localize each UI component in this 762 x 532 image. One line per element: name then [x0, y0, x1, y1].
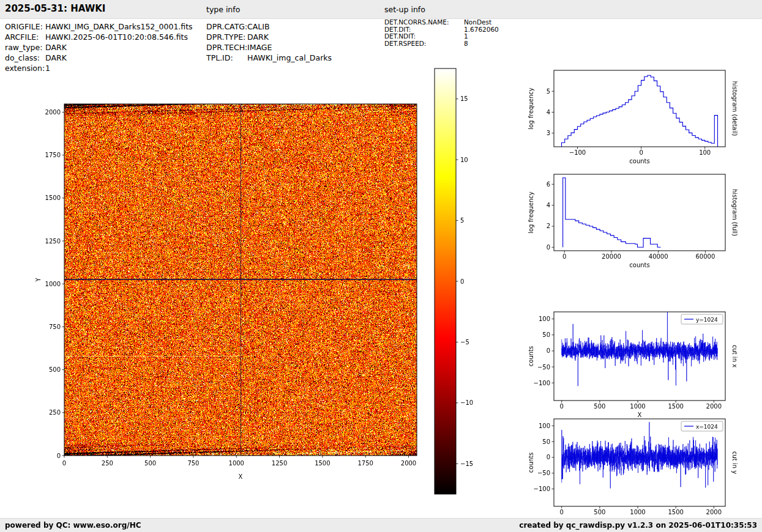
type-info-heading: type info — [206, 5, 240, 14]
cut_in_y-ylabel: counts — [528, 453, 534, 473]
meta-value: HAWKI_img_cal_Darks — [247, 53, 332, 62]
detector_image-xtick: 1250 — [272, 460, 287, 467]
detector_image-xtick: 0 — [62, 460, 66, 467]
histogram_detail-series — [562, 75, 718, 147]
detector_image-ytick: 1250 — [45, 238, 61, 245]
histogram_full-series — [563, 178, 661, 248]
page-title: 2025-05-31: HAWKI — [5, 3, 105, 14]
cut_in_y-xtick: 0 — [559, 509, 563, 515]
histogram_detail-right-label: histogram (detail) — [731, 81, 738, 136]
cut_in_y-ytick: 100 — [539, 423, 550, 429]
colorbar — [435, 68, 456, 494]
histogram_full-ytick: 0 — [547, 244, 550, 251]
histogram_full-xtick: 60000 — [695, 253, 715, 260]
cut_in_y-legend — [681, 421, 723, 431]
cut_in_y-series — [562, 422, 717, 488]
histogram_full-ylabel: log frequency — [528, 191, 534, 234]
histogram_full-xlabel: counts — [629, 262, 649, 268]
histogram_detail-xtick: 0 — [639, 149, 643, 156]
cut_in_x-ytick: 100 — [539, 316, 550, 322]
detector_image-xtick: 2000 — [401, 460, 416, 467]
histogram_full-right-label: histogram (full) — [731, 189, 738, 236]
detector_image-xtick: 250 — [102, 460, 113, 467]
histogram_detail-xtick: −100 — [569, 149, 586, 156]
histogram_detail-xtick: 100 — [699, 149, 711, 156]
meta-value: CALIB — [247, 22, 270, 31]
meta-label: do_class: — [5, 53, 45, 63]
cut_in_x-xtick: 1500 — [668, 403, 683, 410]
meta-label: raw_type: — [5, 42, 45, 53]
histogram_detail-ytick: 4 — [547, 109, 550, 116]
meta-value: IMAGE — [247, 43, 272, 52]
meta-label: ARCFILE: — [5, 32, 45, 42]
colorbar-tick: −15 — [460, 460, 473, 467]
meta-label: DET.NDIT: — [384, 33, 464, 40]
cut_in_y-frame — [554, 419, 725, 506]
cut_in_y-xtick: 1500 — [668, 509, 683, 515]
detector_image-xtick: 1000 — [229, 460, 244, 467]
meta-value: NonDest — [464, 18, 491, 26]
cut_in_x-ytick: −50 — [537, 364, 550, 371]
histogram_full-axes: 02000040000600000246countslog frequencyh… — [528, 174, 738, 268]
cut_in_y-xtick: 2000 — [706, 509, 722, 515]
cut_in_y-ytick: 50 — [542, 438, 550, 445]
detector_image-ytick: 750 — [49, 323, 61, 330]
cut_in_x-ytick: 50 — [542, 331, 550, 338]
meta-type-row: DPR.TYPE:DARK — [206, 32, 332, 42]
meta-label: TPL.ID: — [206, 53, 247, 63]
colorbar-tick: 5 — [460, 217, 464, 224]
cut_in_x-series — [562, 312, 717, 386]
cut_in_x-ylabel: counts — [528, 346, 534, 366]
meta-value: HAWKI.2025-06-01T10:20:08.546.fits — [45, 32, 188, 42]
meta-file-row: raw_type:DARK — [5, 42, 193, 53]
meta-label: extension: — [5, 63, 45, 73]
histogram_full-frame — [554, 174, 725, 251]
cut_in_x-axes: 0500100015002000−100−50050100Xcountscut … — [528, 312, 738, 418]
detector_image-ytick: 1750 — [45, 152, 61, 158]
histogram_detail-xlabel: counts — [629, 158, 649, 164]
cut_in_y-xtick: 500 — [594, 509, 605, 515]
cut_in_x-ytick: 0 — [547, 347, 550, 354]
meta-type-row: DPR.CATG:CALIB — [206, 21, 332, 32]
colorbar-tick: 10 — [460, 157, 468, 163]
meta-type-row: TPL.ID:HAWKI_img_cal_Darks — [206, 53, 332, 63]
cut_in_y-legend-label: x=1024 — [696, 424, 718, 430]
detector_image-ytick: 1500 — [45, 194, 61, 201]
footer-powered-by: powered by QC: www.eso.org/HC — [5, 521, 141, 530]
header-bar: 2025-05-31: HAWKI type info set-up info — [0, 0, 762, 19]
meta-label: ORIGFILE: — [5, 21, 45, 32]
histogram_full-ytick: 4 — [547, 202, 550, 209]
colorbar-tick: −10 — [460, 399, 473, 406]
meta-value: DARK — [247, 32, 269, 42]
histogram_full-ytick: 2 — [547, 223, 550, 229]
meta-value: 8 — [464, 40, 468, 47]
detector_image-xtick: 500 — [144, 460, 156, 467]
cut_in_x-ytick: −100 — [534, 380, 550, 386]
cut_in_y-ytick: 0 — [547, 454, 550, 460]
meta-value: 1 — [464, 32, 468, 40]
colorbar-tick: 0 — [460, 278, 464, 285]
histogram_detail-axes: −1000100345countslog frequencyhistogram … — [528, 70, 738, 164]
histogram_full-xtick: 0 — [562, 253, 566, 260]
histogram_full-ytick: 6 — [547, 181, 550, 188]
detector_image-ytick: 0 — [57, 453, 61, 459]
meta-value: 1.6762060 — [464, 26, 499, 33]
meta-file-row: ORIGFILE:HAWKI_IMG_DARK_Darks152_0001.fi… — [5, 21, 193, 32]
detector_image-ytick: 500 — [49, 366, 61, 373]
meta-label: DET.RSPEED: — [384, 40, 464, 48]
detector_image-ytick: 1000 — [45, 281, 61, 287]
cut_in_x-frame — [554, 312, 725, 401]
detector_image-xtick: 750 — [187, 460, 199, 467]
cut_in_x-right-label: cut in x — [731, 345, 738, 368]
detector_image-xlabel: X — [239, 473, 243, 480]
cut_in_y-ytick: −100 — [534, 486, 550, 492]
cut_in_x-xtick: 2000 — [706, 403, 722, 410]
meta-value: 1 — [45, 64, 50, 73]
footer-created-by: created by qc_rawdisp.py v1.2.3 on 2025-… — [519, 521, 757, 530]
cut_in_x-xtick: 1000 — [630, 403, 645, 410]
meta-file-row: do_class:DARK — [5, 53, 193, 63]
meta-type-row: DPR.TECH:IMAGE — [206, 42, 332, 53]
meta-label: DET.NCORRS.NAME: — [384, 19, 464, 26]
histogram_full-xtick: 40000 — [649, 253, 668, 260]
detector_image-ylabel: Y — [35, 278, 42, 283]
